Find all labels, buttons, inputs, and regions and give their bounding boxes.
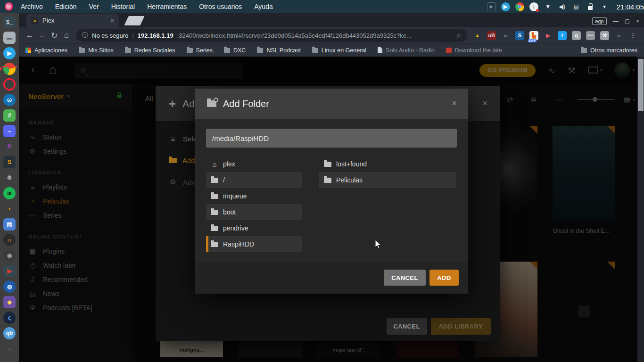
- audio-player-icon[interactable]: ∩: [3, 234, 16, 246]
- tab-close-icon[interactable]: ×: [110, 17, 114, 24]
- modal-close-icon[interactable]: ×: [452, 99, 457, 108]
- bookmark-item[interactable]: Redes Sociales: [125, 47, 175, 54]
- crab-app-icon[interactable]: ω: [3, 94, 16, 106]
- chrome-icon[interactable]: [3, 63, 16, 75]
- s-logo-icon[interactable]: S: [3, 156, 16, 168]
- flow-icon[interactable]: flow: [586, 31, 595, 40]
- code-icon[interactable]: ‹›: [614, 31, 623, 40]
- back-icon[interactable]: ←: [24, 31, 36, 40]
- shell-app-icon[interactable]: ◍: [3, 280, 16, 293]
- folder-row[interactable]: Peliculas: [319, 172, 456, 188]
- gear-icon: ⚙: [169, 178, 177, 186]
- folder-row[interactable]: lost+found: [319, 156, 456, 172]
- folder-row[interactable]: pendrive: [206, 220, 302, 236]
- distro-logo-icon[interactable]: @: [5, 2, 13, 11]
- cancel-library-button[interactable]: CANCEL: [387, 318, 427, 335]
- maximize-icon[interactable]: ▢: [625, 18, 630, 25]
- lock-icon[interactable]: [586, 2, 595, 11]
- telegram-icon[interactable]: ▶: [3, 47, 16, 59]
- caret-down-icon[interactable]: ▾: [600, 2, 609, 11]
- volume-icon[interactable]: ◀): [558, 2, 567, 11]
- chrome-icon[interactable]: [515, 2, 524, 11]
- folder-row[interactable]: boot: [206, 204, 302, 220]
- discord-icon[interactable]: ⌣: [3, 125, 16, 137]
- folder-row[interactable]: /: [206, 172, 302, 188]
- spotify-icon[interactable]: ≋: [3, 187, 16, 199]
- menu-item[interactable]: Edición: [55, 3, 77, 10]
- gears-icon[interactable]: ⚙: [3, 172, 16, 184]
- add-button[interactable]: ADD: [429, 270, 459, 286]
- wheel-app-icon[interactable]: ◉: [3, 249, 16, 262]
- opera-icon[interactable]: [3, 78, 16, 90]
- menu-item[interactable]: Ver: [89, 3, 99, 10]
- bookmark-item[interactable]: Mis Sitios: [79, 47, 113, 54]
- cancel-button[interactable]: CANCEL: [384, 270, 426, 286]
- folder-icon: [324, 162, 331, 167]
- address-separator: |: [132, 32, 133, 39]
- scribd-icon[interactable]: S: [515, 31, 524, 40]
- folder-icon: [211, 210, 218, 215]
- menu-item[interactable]: Ayuda: [254, 3, 272, 10]
- chat-app-icon[interactable]: #: [3, 109, 16, 122]
- address-bar[interactable]: ⓘ No es seguro | 192.168.1.19 :32400/web…: [76, 29, 467, 42]
- info-icon[interactable]: ⓘ: [82, 31, 88, 40]
- bookmark-star-icon[interactable]: ☆: [456, 32, 462, 39]
- reload-icon[interactable]: ↻: [48, 31, 60, 41]
- drive-icon[interactable]: ▲: [473, 31, 482, 40]
- tab-plex[interactable]: > Plex ×: [26, 14, 119, 27]
- r-logo-icon[interactable]: R: [3, 140, 16, 153]
- telegram-icon[interactable]: ▶: [501, 2, 510, 11]
- wifi-icon[interactable]: ▼: [544, 2, 553, 11]
- menu-item[interactable]: Archivo: [21, 3, 43, 10]
- bookmark-item[interactable]: NSL Podcast: [257, 47, 301, 54]
- scrollbar-thumb[interactable]: [638, 59, 644, 111]
- bookmarks-bar: Aplicaciones Mis Sitios Redes Sociales S…: [19, 43, 644, 57]
- text-editor-icon[interactable]: ▤: [3, 218, 16, 230]
- profile-badge[interactable]: egp: [592, 17, 606, 25]
- menu-item[interactable]: Herramientas: [147, 3, 187, 10]
- bookmark-item[interactable]: Download the late: [446, 47, 502, 54]
- list-icon: ≡: [169, 135, 177, 143]
- swirl-app-icon[interactable]: ς: [3, 312, 16, 324]
- orange-slice-icon[interactable]: ◗: [3, 203, 16, 215]
- bookmark-item[interactable]: Aplicaciones: [25, 47, 67, 54]
- tab-title: Plex: [42, 17, 106, 24]
- quote-bubble-icon[interactable]: q: [572, 31, 581, 40]
- browser-home-icon[interactable]: ⌂: [60, 31, 73, 40]
- link-icon[interactable]: ∞: [501, 31, 510, 40]
- new-tab-button[interactable]: [124, 16, 144, 25]
- folder-row[interactable]: ⌂ plex: [206, 156, 302, 172]
- ublock-icon[interactable]: uB: [487, 31, 496, 40]
- stats-icon[interactable]: ▙OFF: [529, 31, 538, 40]
- forward-icon[interactable]: →: [36, 31, 48, 40]
- add-library-button[interactable]: ADD LIBRARY: [431, 318, 491, 335]
- qbittorrent-icon[interactable]: qb: [3, 327, 16, 339]
- kebab-menu-icon[interactable]: ⋮: [628, 31, 637, 40]
- terminal-icon[interactable]: $_: [3, 16, 16, 28]
- media-window-icon[interactable]: ▶: [487, 2, 496, 11]
- add-library-close-icon[interactable]: ×: [482, 99, 487, 108]
- window-close-icon[interactable]: ×: [636, 18, 639, 25]
- folder-row[interactable]: RaspiHDD: [206, 236, 302, 252]
- tag-app-icon[interactable]: ◆: [3, 296, 16, 308]
- keyboard-icon[interactable]: ▬: [3, 32, 16, 44]
- wrench-icon[interactable]: ⚒: [600, 31, 609, 40]
- scrollbar[interactable]: [637, 57, 644, 362]
- bookmark-item[interactable]: Linux en General: [312, 47, 366, 54]
- media-player-icon[interactable]: ▶: [3, 265, 16, 277]
- bookmark-item[interactable]: Series: [187, 47, 213, 54]
- twitter-icon[interactable]: t: [558, 31, 567, 40]
- menu-item[interactable]: Historial: [111, 3, 135, 10]
- menu-item[interactable]: Otros usuarios: [199, 3, 242, 10]
- bookmark-item[interactable]: DXC: [224, 47, 246, 54]
- download-icon[interactable]: ↓: [529, 2, 538, 11]
- headphones-icon[interactable]: ∩: [3, 343, 16, 355]
- clipboard-icon[interactable]: ▤: [572, 2, 581, 11]
- minimize-icon[interactable]: —: [613, 18, 619, 25]
- folder-path-input[interactable]: [206, 129, 457, 148]
- pocket-icon[interactable]: ▶: [544, 31, 553, 40]
- clock[interactable]: 21:04:05: [617, 3, 644, 11]
- folder-row[interactable]: mqueue: [206, 188, 302, 204]
- other-bookmarks[interactable]: Otros marcadores: [574, 47, 637, 54]
- bookmark-item[interactable]: Solo Audio - Radio: [378, 47, 435, 54]
